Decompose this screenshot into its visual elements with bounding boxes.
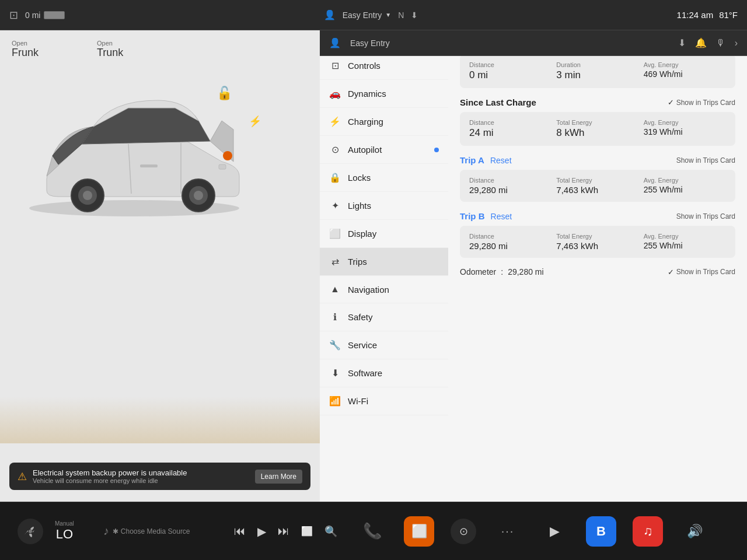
odometer-show-trips: ✓ Show in Trips Card (668, 268, 735, 276)
trip-a-reset[interactable]: Reset (490, 156, 512, 165)
current-drive-card: Distance 0 mi Duration 3 min Avg. Energy… (460, 54, 735, 88)
second-bar-icons: ⬇ 🔔 🎙 › (678, 37, 738, 48)
media-controls[interactable]: ⏮ ▶ ⏭ ⬜ 🔍 (234, 524, 337, 538)
frunk-button[interactable]: Open Frunk (12, 40, 39, 59)
trunk-button[interactable]: Open Trunk (97, 40, 123, 59)
bell-icon[interactable]: 🔔 (695, 37, 707, 48)
nav-icon-wi-fi: 📶 (329, 396, 341, 407)
trip-b-card: Distance 29,280 mi Total Energy 7,463 kW… (460, 226, 735, 258)
last-charge-total-energy-value: 8 kWh (556, 127, 638, 139)
current-drive-distance-value: 0 mi (469, 69, 551, 81)
warning-text: Electrical system backup power is unavai… (33, 468, 249, 484)
last-charge-header: Since Last Charge ✓ Show in Trips Card (460, 97, 735, 107)
trunk-open-label: Open (97, 40, 113, 47)
top-bar-center: 👤 Easy Entry ▼ N ⬇ (324, 9, 418, 20)
next-track-button[interactable]: ⏭ (278, 524, 289, 538)
more-icon[interactable]: › (735, 38, 738, 48)
nav-label-navigation: Navigation (348, 285, 389, 295)
climate-lo-value: LO (56, 527, 73, 542)
music-button[interactable]: ♫ (633, 516, 663, 547)
manual-label: Manual (55, 520, 74, 527)
nav-item-navigation[interactable]: ▲ Navigation (320, 276, 448, 303)
climate-temp-display[interactable]: Manual LO (55, 520, 74, 542)
trips-panel: Current Drive Reset ✓ Show in Trips Card… (448, 30, 747, 560)
mic-icon[interactable]: 🎙 (716, 38, 725, 48)
last-charge-avg-energy-label: Avg. Energy (644, 119, 726, 126)
dot-icon: ⊙ (459, 525, 468, 538)
last-charge-show-trips-label: Show in Trips Card (676, 99, 735, 107)
equalizer-button[interactable]: ⬜ (301, 526, 313, 537)
svg-point-8 (194, 191, 203, 200)
warning-title: Electrical system backup power is unavai… (33, 468, 249, 477)
trip-b-show-trips-label: Show in Trips Card (676, 212, 735, 220)
volume-button[interactable]: 🔊 (679, 516, 710, 547)
nav-item-display[interactable]: ⬜ Display (320, 220, 448, 248)
nav-label-charging: Charging (348, 117, 383, 127)
left-panel: Open Frunk Open Trunk 🔓 ⚡ (0, 30, 320, 502)
more-dots-icon: ··· (501, 524, 515, 538)
voice-button[interactable]: ⬜ (404, 516, 434, 547)
nav-item-safety[interactable]: ℹ Safety (320, 303, 448, 331)
trip-a-distance-value: 29,280 mi (469, 185, 551, 195)
warning-icon: ⚠ (18, 470, 27, 483)
easy-entry-button[interactable]: Easy Entry ▼ (343, 10, 392, 20)
nav-item-controls[interactable]: ⊡ Controls (320, 52, 448, 80)
current-drive-duration-value: 3 min (556, 69, 638, 81)
nav-label-autopilot: Autopilot (348, 145, 382, 155)
trip-b-avg-energy-value: 255 Wh/mi (644, 241, 726, 250)
trip-a-card: Distance 29,280 mi Total Energy 7,463 kW… (460, 170, 735, 202)
person-icon-2: 👤 (329, 37, 341, 48)
nav-item-autopilot[interactable]: ⊙ Autopilot (320, 136, 448, 164)
checkmark-icon-odometer: ✓ (668, 268, 674, 276)
nav-icon-display: ⬜ (329, 228, 341, 239)
prev-track-button[interactable]: ⏮ (234, 524, 246, 538)
more-button[interactable]: ··· (493, 516, 523, 547)
nav-icon-software: ⬇ (329, 368, 341, 379)
search-media-button[interactable]: 🔍 (324, 525, 337, 538)
nav-label-service: Service (348, 340, 377, 350)
nav-item-software[interactable]: ⬇ Software (320, 359, 448, 387)
media-forward-button[interactable]: ▶ (539, 516, 570, 547)
car-svg (12, 74, 257, 220)
person-icon: 👤 (324, 9, 336, 20)
trip-b-total-energy-label: Total Energy (556, 233, 638, 240)
nav-item-wi-fi[interactable]: 📶 Wi-Fi (320, 387, 448, 415)
trip-a-avg-energy-value: 255 Wh/mi (644, 185, 726, 194)
trip-a-distance: Distance 29,280 mi (469, 177, 551, 195)
trip-a-show-trips-label: Show in Trips Card (676, 156, 735, 164)
nav-item-service[interactable]: 🔧 Service (320, 331, 448, 359)
trip-b-reset[interactable]: Reset (491, 212, 512, 221)
download-icon-2[interactable]: ⬇ (678, 37, 686, 48)
last-charge-energy: Total Energy 8 kWh (556, 119, 638, 139)
current-drive-energy-value: 469 Wh/mi (644, 69, 726, 79)
nav-item-locks[interactable]: 🔒 Locks (320, 164, 448, 192)
climate-icon-button[interactable] (18, 519, 43, 544)
trip-b-avg-energy-label: Avg. Energy (644, 233, 726, 240)
current-drive-duration-label: Duration (556, 61, 638, 68)
dot-button[interactable]: ⊙ (451, 519, 476, 544)
music-note-icon: ♪ (103, 524, 109, 538)
checkmark-icon-2: ✓ (668, 98, 674, 107)
bluetooth-icon: B (596, 524, 606, 539)
current-drive-energy-label: Avg. Energy (644, 61, 726, 68)
time-display: 11:24 am (677, 10, 714, 20)
easy-entry-label: Easy Entry (343, 10, 382, 20)
learn-more-button[interactable]: Learn More (255, 470, 302, 484)
svg-rect-9 (219, 164, 226, 169)
nav-item-lights[interactable]: ✦ Lights (320, 192, 448, 220)
trip-a-energy: Total Energy 7,463 kWh (556, 177, 638, 195)
trip-a-total-energy-label: Total Energy (556, 177, 638, 184)
phone-button[interactable]: 📞 (357, 516, 388, 547)
nav-label-trips: Trips (348, 257, 367, 267)
left-panel-gradient (0, 397, 320, 443)
play-pause-button[interactable]: ▶ (257, 524, 266, 538)
nav-icon-controls: ⊡ (329, 60, 341, 71)
nav-item-charging[interactable]: ⚡ Charging (320, 108, 448, 136)
camera-icon[interactable]: ⊡ (9, 9, 18, 22)
bluetooth-button[interactable]: B (586, 516, 616, 547)
nav-icon-lights: ✦ (329, 200, 341, 211)
nav-icon-charging: ⚡ (329, 116, 341, 127)
nav-item-dynamics[interactable]: 🚗 Dynamics (320, 80, 448, 108)
nav-item-trips[interactable]: ⇄ Trips (320, 248, 448, 276)
easy-entry-label-2: Easy Entry (350, 38, 390, 48)
